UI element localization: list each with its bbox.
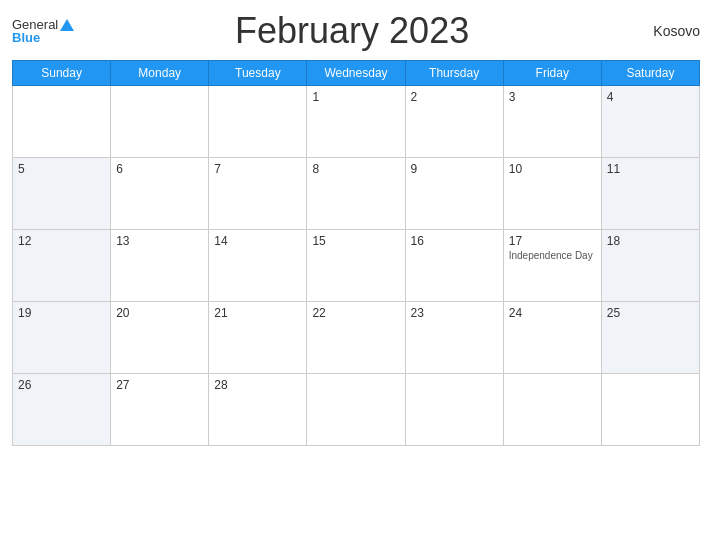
calendar-day-cell: 5 — [13, 158, 111, 230]
day-number: 27 — [116, 378, 203, 392]
day-number: 11 — [607, 162, 694, 176]
logo-blue-text: Blue — [12, 31, 40, 44]
calendar-day-cell — [405, 374, 503, 446]
weekday-header-thursday: Thursday — [405, 61, 503, 86]
calendar-header: General Blue February 2023 Kosovo — [12, 10, 700, 52]
day-number: 23 — [411, 306, 498, 320]
calendar-day-cell — [307, 374, 405, 446]
calendar-day-cell: 25 — [601, 302, 699, 374]
calendar-day-cell: 2 — [405, 86, 503, 158]
calendar-wrapper: General Blue February 2023 Kosovo Sunday… — [0, 0, 712, 550]
calendar-day-cell: 21 — [209, 302, 307, 374]
day-number: 13 — [116, 234, 203, 248]
calendar-day-cell: 9 — [405, 158, 503, 230]
day-number: 12 — [18, 234, 105, 248]
day-number: 9 — [411, 162, 498, 176]
weekday-header-saturday: Saturday — [601, 61, 699, 86]
calendar-day-cell: 24 — [503, 302, 601, 374]
weekday-header-friday: Friday — [503, 61, 601, 86]
logo: General Blue — [12, 18, 74, 44]
day-number: 20 — [116, 306, 203, 320]
day-number: 4 — [607, 90, 694, 104]
day-number: 25 — [607, 306, 694, 320]
day-number: 26 — [18, 378, 105, 392]
calendar-day-cell: 8 — [307, 158, 405, 230]
calendar-day-cell: 17Independence Day — [503, 230, 601, 302]
calendar-week-row: 567891011 — [13, 158, 700, 230]
calendar-day-cell: 12 — [13, 230, 111, 302]
weekday-header-monday: Monday — [111, 61, 209, 86]
calendar-day-cell — [13, 86, 111, 158]
day-number: 16 — [411, 234, 498, 248]
calendar-day-cell — [209, 86, 307, 158]
calendar-day-cell — [503, 374, 601, 446]
day-number: 22 — [312, 306, 399, 320]
calendar-day-cell: 19 — [13, 302, 111, 374]
calendar-day-cell: 20 — [111, 302, 209, 374]
calendar-day-cell: 10 — [503, 158, 601, 230]
country-label: Kosovo — [630, 23, 700, 39]
calendar-day-cell: 11 — [601, 158, 699, 230]
calendar-day-cell: 22 — [307, 302, 405, 374]
calendar-grid: SundayMondayTuesdayWednesdayThursdayFrid… — [12, 60, 700, 446]
calendar-day-cell: 3 — [503, 86, 601, 158]
day-event: Independence Day — [509, 250, 596, 261]
calendar-day-cell: 28 — [209, 374, 307, 446]
calendar-week-row: 19202122232425 — [13, 302, 700, 374]
calendar-day-cell — [111, 86, 209, 158]
day-number: 10 — [509, 162, 596, 176]
calendar-day-cell: 27 — [111, 374, 209, 446]
weekday-header-sunday: Sunday — [13, 61, 111, 86]
day-number: 15 — [312, 234, 399, 248]
weekday-header-row: SundayMondayTuesdayWednesdayThursdayFrid… — [13, 61, 700, 86]
calendar-day-cell: 15 — [307, 230, 405, 302]
weekday-header-tuesday: Tuesday — [209, 61, 307, 86]
logo-triangle-icon — [60, 19, 74, 31]
day-number: 5 — [18, 162, 105, 176]
calendar-day-cell: 14 — [209, 230, 307, 302]
day-number: 24 — [509, 306, 596, 320]
day-number: 17 — [509, 234, 596, 248]
day-number: 19 — [18, 306, 105, 320]
calendar-day-cell: 6 — [111, 158, 209, 230]
day-number: 6 — [116, 162, 203, 176]
day-number: 7 — [214, 162, 301, 176]
calendar-day-cell: 26 — [13, 374, 111, 446]
calendar-week-row: 1234 — [13, 86, 700, 158]
day-number: 2 — [411, 90, 498, 104]
day-number: 8 — [312, 162, 399, 176]
weekday-header-wednesday: Wednesday — [307, 61, 405, 86]
calendar-day-cell: 23 — [405, 302, 503, 374]
calendar-day-cell: 7 — [209, 158, 307, 230]
day-number: 1 — [312, 90, 399, 104]
calendar-day-cell: 4 — [601, 86, 699, 158]
calendar-week-row: 262728 — [13, 374, 700, 446]
calendar-day-cell: 16 — [405, 230, 503, 302]
calendar-day-cell: 13 — [111, 230, 209, 302]
day-number: 14 — [214, 234, 301, 248]
day-number: 21 — [214, 306, 301, 320]
month-title: February 2023 — [74, 10, 630, 52]
calendar-day-cell — [601, 374, 699, 446]
day-number: 18 — [607, 234, 694, 248]
calendar-day-cell: 1 — [307, 86, 405, 158]
day-number: 28 — [214, 378, 301, 392]
calendar-week-row: 121314151617Independence Day18 — [13, 230, 700, 302]
day-number: 3 — [509, 90, 596, 104]
calendar-day-cell: 18 — [601, 230, 699, 302]
